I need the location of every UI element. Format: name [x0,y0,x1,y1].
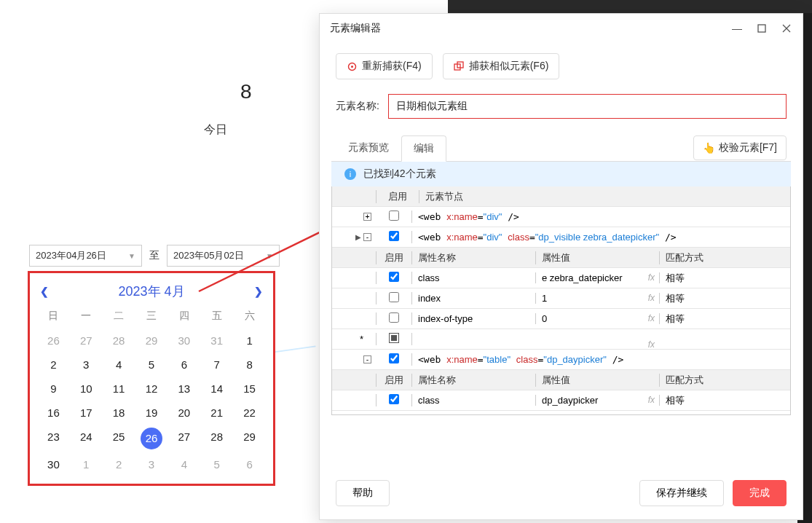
tree-node-row[interactable]: ▶ -<web x:name="div" class="dp_visible z… [332,227,790,248]
calendar-day[interactable]: 25 [103,425,135,452]
calendar-day[interactable]: 16 [37,401,70,425]
fx-icon[interactable]: fx [648,395,655,405]
tab-preview[interactable]: 元素预览 [336,135,401,161]
calendar-day[interactable]: 7 [200,353,233,377]
calendar-day[interactable]: 5 [200,452,233,476]
element-name-input[interactable] [388,94,787,119]
calendar-day[interactable]: 2 [103,452,135,476]
element-editor-window: 元素编辑器 — 重新捕获(F4) 捕获相似元素(F6) 元素名称: [319,13,803,520]
tree-node-row[interactable]: +<web x:name="div" /> [332,207,790,227]
date-to-value: 2023年05月02日 [173,249,244,262]
attr-row[interactable]: index-of-type0fx相等 [332,309,790,329]
calendar-day[interactable]: 11 [103,377,135,401]
node-enable-checkbox[interactable] [389,211,399,221]
calendar-day[interactable]: 29 [135,329,168,353]
calendar-day[interactable]: 4 [103,353,135,377]
calendar-day[interactable]: 23 [37,425,70,452]
calendar-day[interactable]: 6 [167,353,200,377]
calendar-day[interactable]: 9 [37,377,70,401]
calendar-day[interactable]: 31 [200,329,233,353]
calendar-day[interactable]: 1 [233,329,266,353]
active-row-indicator: ▶ [355,233,361,241]
minimize-button[interactable]: — [731,23,743,34]
calendar-day[interactable]: 10 [70,377,103,401]
tab-edit[interactable]: 编辑 [401,135,446,162]
attr-hdr-match: 匹配方式 [660,251,790,264]
today-label: 今日 [204,122,227,138]
calendar-day[interactable]: 28 [103,329,135,353]
calendar-day[interactable]: 26 [141,428,162,449]
calendar-day[interactable]: 8 [233,353,266,377]
close-button[interactable] [781,23,792,34]
node-enable-checkbox[interactable] [389,231,399,241]
calendar-prev-button[interactable]: ❮ [37,286,52,297]
fx-icon[interactable]: fx [648,313,655,323]
calendar-day[interactable]: 21 [200,401,233,425]
recapture-button[interactable]: 重新捕获(F4) [336,53,433,79]
attr-enable-checkbox[interactable] [389,394,399,404]
done-button[interactable]: 完成 [733,480,787,506]
calendar-weekday: 五 [200,304,233,329]
attr-enable-checkbox[interactable] [389,312,399,323]
date-to-input[interactable]: 2023年05月02日 ▼ [167,245,280,267]
expander-icon[interactable]: + [363,213,371,221]
calendar-day[interactable]: 29 [233,425,266,452]
pointer-icon: 👆 [703,142,715,154]
calendar-day[interactable]: 26 [37,329,70,353]
help-button[interactable]: 帮助 [336,480,390,506]
node-enable-checkbox[interactable] [389,353,399,363]
expander-icon[interactable]: - [363,233,371,241]
calendar-day[interactable]: 15 [233,377,266,401]
fx-icon[interactable]: fx [648,272,655,283]
calendar-day[interactable]: 27 [167,425,200,452]
attr-row[interactable]: *fx [332,329,790,350]
calendar-day[interactable]: 14 [200,377,233,401]
calendar-next-button[interactable]: ❯ [251,286,266,297]
attr-hdr-enable: 启用 [376,251,412,264]
calendar-day[interactable]: 3 [70,353,103,377]
calendar-day[interactable]: 5 [135,353,168,377]
background-dark-top [448,0,812,13]
fx-icon[interactable]: fx [648,293,655,303]
hdr-node: 元素节点 [419,190,790,203]
attr-enable-checkbox[interactable] [389,292,399,302]
capture-similar-button[interactable]: 捕获相似元素(F6) [443,53,560,79]
calendar-day[interactable]: 28 [200,425,233,452]
calendar-day[interactable]: 20 [167,401,200,425]
calendar-day[interactable]: 22 [233,401,266,425]
attr-enable-checkbox[interactable] [389,272,399,282]
attr-value: 1fx [536,293,660,304]
calendar-day[interactable]: 27 [70,329,103,353]
calendar-day[interactable]: 18 [103,401,135,425]
calendar-day[interactable]: 1 [70,452,103,476]
calendar-day[interactable]: 13 [167,377,200,401]
attr-enable-checkbox-indeterminate[interactable] [389,333,399,343]
save-continue-button[interactable]: 保存并继续 [639,480,724,506]
date-from-input[interactable]: 2023年04月26日 ▼ [29,245,142,267]
titlebar: 元素编辑器 — [320,14,803,43]
verify-label: 校验元素[F7] [719,141,777,154]
calendar-day[interactable]: 12 [135,377,168,401]
tree-node-row[interactable]: -<web x:name="table" class="dp_daypicker… [332,350,790,370]
attr-row[interactable]: classdp_daypickerfx相等 [332,390,790,411]
attr-name: index [412,293,536,304]
calendar-day[interactable]: 30 [167,329,200,353]
calendar-day[interactable]: 6 [233,452,266,476]
maximize-button[interactable] [756,23,768,34]
expander-icon[interactable]: - [363,355,371,363]
calendar-day[interactable]: 17 [70,401,103,425]
attr-match: 相等 [660,272,790,285]
verify-element-button[interactable]: 👆 校验元素[F7] [693,135,787,160]
calendar-day[interactable]: 2 [37,353,70,377]
footer: 帮助 保存并继续 完成 [320,467,803,519]
recapture-label: 重新捕获(F4) [362,60,422,73]
calendar-day[interactable]: 19 [135,401,168,425]
attr-row[interactable]: classe zebra_datepickerfx相等 [332,268,790,288]
calendar-day[interactable]: 4 [167,452,200,476]
fx-icon[interactable]: fx [648,339,655,350]
calendar-day[interactable]: 30 [37,452,70,476]
attr-row[interactable]: index1fx相等 [332,288,790,309]
attr-name: class [412,272,536,283]
calendar-day[interactable]: 3 [135,452,168,476]
calendar-day[interactable]: 24 [70,425,103,452]
